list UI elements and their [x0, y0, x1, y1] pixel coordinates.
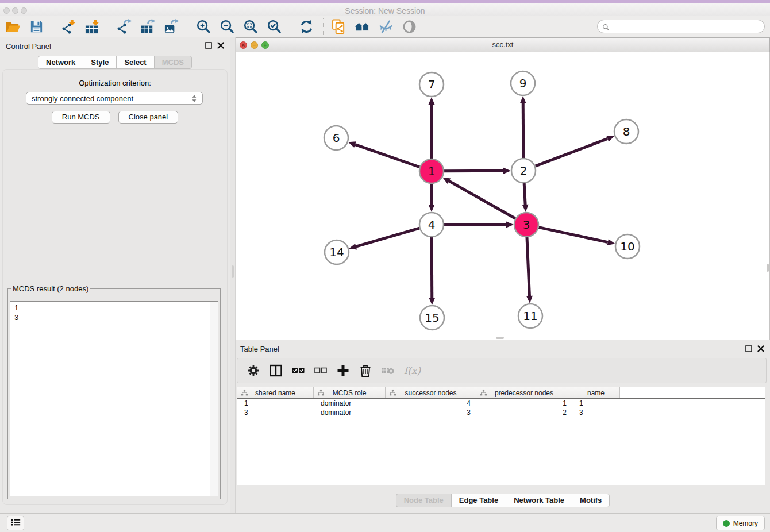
close-panel-button[interactable]: Close panel [118, 111, 179, 124]
network-graph[interactable]: 1234678910111415 [236, 52, 769, 339]
split-columns-icon[interactable] [269, 364, 283, 377]
edge-2-9[interactable] [520, 96, 526, 158]
show-graphics-icon[interactable] [401, 18, 417, 34]
edge-1-6[interactable] [348, 141, 419, 167]
export-network-icon[interactable] [116, 18, 132, 34]
node-4[interactable]: 4 [419, 213, 444, 237]
edge-3-10[interactable] [539, 228, 615, 245]
hide-graphics-icon[interactable] [378, 18, 394, 34]
table-tab-network-table[interactable]: Network Table [506, 494, 572, 507]
optimization-criterion-select[interactable]: strongly connected component [26, 92, 203, 105]
run-mcds-button[interactable]: Run MCDS [52, 111, 110, 124]
search-icon [602, 23, 610, 30]
node-8[interactable]: 8 [614, 119, 638, 144]
table-row[interactable]: 1dominator411 [237, 399, 765, 408]
node-label: 8 [623, 125, 630, 138]
table-row[interactable]: 3dominator323 [237, 408, 765, 417]
tab-select[interactable]: Select [116, 56, 154, 69]
memory-button[interactable]: Memory [716, 516, 765, 530]
edge-4-3[interactable] [444, 222, 514, 228]
gear-icon[interactable] [247, 364, 260, 377]
column-label: name [587, 389, 605, 397]
window-title: Session: New Session [0, 6, 770, 16]
select-none-icon[interactable] [314, 364, 328, 377]
export-table-icon[interactable] [140, 18, 156, 34]
mcds-result-group: MCDS result (2 nodes) 1 3 [7, 284, 221, 499]
search-box[interactable] [597, 20, 765, 33]
network-window-titlebar[interactable]: × − + scc.txt [236, 37, 770, 52]
add-icon[interactable] [336, 364, 350, 377]
edge-3-1[interactable] [442, 178, 515, 218]
import-table-icon[interactable] [84, 18, 100, 34]
export-image-icon[interactable] [163, 18, 179, 34]
column-header-predecessor-nodes[interactable]: predecessor nodes [476, 387, 572, 398]
table-tab-motifs[interactable]: Motifs [572, 494, 610, 507]
node-label: 14 [329, 245, 344, 259]
node-label: 7 [428, 78, 436, 91]
clone-network-icon[interactable] [330, 18, 346, 34]
node-1[interactable]: 1 [419, 159, 444, 183]
task-history-button[interactable] [7, 516, 24, 530]
mcds-result-scrollbar[interactable] [210, 302, 218, 496]
open-icon[interactable] [5, 18, 21, 34]
tab-mcds[interactable]: MCDS [154, 56, 192, 69]
node-2[interactable]: 2 [511, 159, 536, 183]
float-panel-icon[interactable] [745, 345, 753, 353]
tab-network[interactable]: Network [38, 56, 83, 69]
refresh-icon[interactable] [298, 18, 314, 34]
svg-text:f(x): f(x) [404, 365, 422, 376]
zoom-out-icon[interactable] [219, 18, 235, 34]
column-header-successor-nodes[interactable]: successor nodes [386, 387, 476, 398]
network-close-icon[interactable]: × [240, 41, 247, 49]
tab-style[interactable]: Style [83, 56, 117, 69]
control-panel: Control Panel NetworkStyleSelectMCDS Opt… [0, 37, 230, 513]
select-all-icon[interactable] [291, 364, 305, 377]
edge-4-14[interactable] [349, 228, 419, 249]
column-label: predecessor nodes [495, 389, 553, 397]
edge-1-7[interactable] [429, 97, 435, 159]
edge-1-2[interactable] [444, 168, 511, 174]
edge-2-8[interactable] [536, 136, 615, 166]
close-panel-icon[interactable] [757, 345, 765, 353]
application-window: Session: New Session Control Panel Netwo… [0, 0, 770, 532]
canvas-hscroll-nub[interactable] [496, 337, 504, 339]
node-3[interactable]: 3 [514, 213, 538, 237]
node-11[interactable]: 11 [518, 304, 542, 328]
optimization-criterion-label: Optimization criterion: [3, 79, 227, 87]
column-header-name[interactable]: name [572, 387, 620, 398]
close-panel-icon[interactable] [217, 41, 225, 49]
node-15[interactable]: 15 [420, 306, 444, 330]
column-header-shared-name[interactable]: shared name [237, 387, 314, 398]
network-minimize-icon[interactable]: − [251, 41, 258, 49]
import-network-icon[interactable] [60, 18, 76, 34]
splitter-handle[interactable] [232, 265, 234, 278]
node-9[interactable]: 9 [511, 71, 535, 95]
node-7[interactable]: 7 [419, 72, 444, 97]
search-input[interactable] [612, 22, 760, 31]
network-zoom-icon[interactable]: + [261, 41, 269, 49]
table-tab-edge-table[interactable]: Edge Table [451, 494, 506, 507]
node-6[interactable]: 6 [324, 126, 348, 150]
home-icon[interactable] [354, 18, 370, 34]
mcds-result-box: 1 3 [10, 301, 218, 496]
column-header-mcds-role[interactable]: MCDS role [314, 387, 386, 398]
edge-3-11[interactable] [526, 237, 533, 303]
edge-4-15[interactable] [429, 237, 435, 305]
zoom-in-icon[interactable] [195, 18, 211, 34]
network-canvas[interactable]: 1234678910111415 [236, 52, 770, 340]
zoom-fit-icon[interactable] [242, 18, 259, 34]
node-10[interactable]: 10 [615, 234, 640, 259]
select-stepper-icon [191, 94, 197, 103]
panel-splitter[interactable] [230, 37, 236, 513]
node-label: 2 [520, 164, 528, 178]
save-icon[interactable] [28, 18, 44, 34]
node-label: 3 [523, 218, 530, 232]
canvas-vscroll-nub[interactable] [767, 264, 769, 272]
table-tab-node-table[interactable]: Node Table [396, 494, 452, 507]
float-panel-icon[interactable] [205, 41, 213, 49]
delete-icon[interactable] [359, 364, 372, 377]
zoom-selected-icon[interactable] [266, 18, 282, 34]
edge-1-4[interactable] [429, 184, 435, 212]
edge-2-3[interactable] [522, 183, 529, 212]
node-14[interactable]: 14 [325, 240, 349, 264]
